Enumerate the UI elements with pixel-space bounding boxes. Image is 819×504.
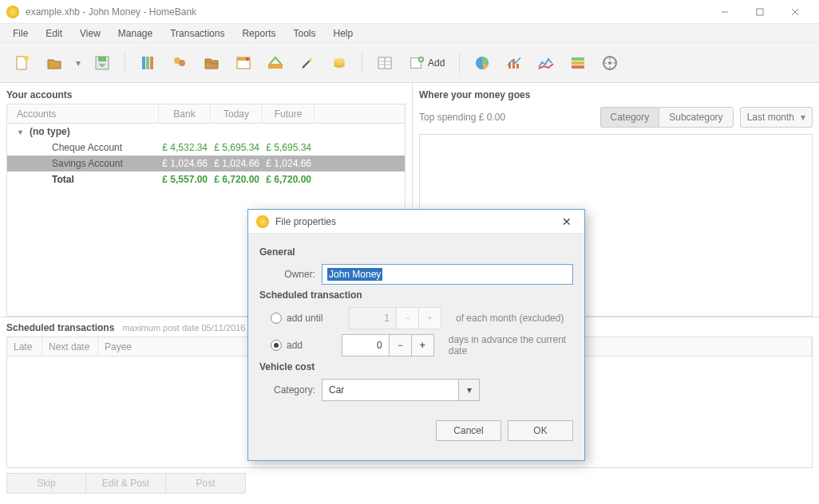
col-header-next[interactable]: Next date bbox=[42, 337, 98, 356]
budget-icon[interactable] bbox=[261, 49, 290, 77]
window-title: example.xhb - John Money - HomeBank bbox=[26, 6, 707, 18]
assign-icon[interactable] bbox=[293, 49, 322, 77]
collapse-icon[interactable]: ▾ bbox=[18, 128, 22, 136]
category-label: Category: bbox=[271, 384, 315, 396]
svg-point-17 bbox=[309, 58, 312, 61]
svg-rect-8 bbox=[142, 57, 145, 69]
col-header-bank[interactable]: Bank bbox=[159, 104, 211, 123]
svg-point-37 bbox=[608, 61, 611, 65]
open-dropdown-icon[interactable]: ▾ bbox=[72, 57, 85, 69]
svg-rect-9 bbox=[146, 57, 149, 69]
menu-manage[interactable]: Manage bbox=[110, 26, 160, 41]
svg-rect-1 bbox=[757, 9, 763, 15]
svg-point-20 bbox=[334, 58, 345, 63]
spending-segment: Category Subcategory bbox=[600, 107, 734, 128]
svg-rect-16 bbox=[268, 64, 283, 69]
add-trail: days in advance the current date bbox=[449, 334, 573, 356]
new-file-icon[interactable] bbox=[8, 49, 37, 77]
section-general: General bbox=[259, 246, 573, 258]
account-row[interactable]: Cheque Account £ 4,532.34 £ 5,695.34 £ 5… bbox=[7, 140, 405, 156]
scheduled-subtitle: maximum post date 05/11/2016 bbox=[122, 323, 245, 333]
dialog-title: File properties bbox=[275, 216, 557, 227]
add-value[interactable]: 0 bbox=[342, 334, 390, 356]
app-icon bbox=[6, 6, 19, 18]
category-value: Car bbox=[322, 384, 458, 396]
menubar: File Edit View Manage Transactions Repor… bbox=[0, 24, 819, 43]
accounts-panel-title: Your accounts bbox=[6, 86, 406, 104]
add-plus-icon[interactable]: + bbox=[412, 334, 434, 356]
col-header-late[interactable]: Late bbox=[7, 337, 42, 356]
radio-add-until[interactable] bbox=[271, 313, 282, 324]
menu-help[interactable]: Help bbox=[326, 26, 362, 41]
show-transactions-icon[interactable] bbox=[370, 49, 399, 77]
svg-rect-10 bbox=[150, 57, 153, 69]
window-titlebar: example.xhb - John Money - HomeBank bbox=[0, 0, 819, 24]
until-plus-icon: + bbox=[419, 307, 441, 329]
section-vehicle: Vehicle cost bbox=[259, 361, 573, 372]
owner-input[interactable]: John Money bbox=[322, 264, 573, 285]
account-group-row[interactable]: ▾(no type) bbox=[7, 124, 405, 140]
svg-rect-35 bbox=[572, 65, 584, 69]
menu-reports[interactable]: Reports bbox=[234, 26, 283, 41]
chevron-down-icon: ▾ bbox=[801, 112, 805, 123]
save-file-icon[interactable] bbox=[88, 49, 117, 77]
currencies-icon[interactable] bbox=[325, 49, 354, 77]
menu-edit[interactable]: Edit bbox=[38, 26, 70, 41]
file-properties-dialog: File properties ✕ General Owner: John Mo… bbox=[247, 209, 585, 461]
menu-tools[interactable]: Tools bbox=[285, 26, 323, 41]
close-window-button[interactable] bbox=[777, 1, 813, 23]
minimize-button[interactable] bbox=[707, 1, 742, 23]
open-file-icon[interactable] bbox=[40, 49, 69, 77]
svg-rect-33 bbox=[572, 57, 584, 61]
account-total-row: Total £ 5,557.00 £ 6,720.00 £ 6,720.00 bbox=[7, 171, 405, 187]
accounts-icon[interactable] bbox=[133, 49, 162, 77]
balance-icon[interactable] bbox=[532, 49, 560, 77]
svg-point-5 bbox=[24, 56, 29, 61]
spending-panel-title: Where your money goes bbox=[419, 86, 813, 104]
range-value: Last month bbox=[747, 112, 794, 123]
col-header-future[interactable]: Future bbox=[263, 104, 315, 123]
category-combo[interactable]: Car ▾ bbox=[322, 379, 480, 401]
statistics-icon[interactable] bbox=[468, 49, 497, 77]
owner-label: Owner: bbox=[271, 269, 315, 280]
archive-icon[interactable] bbox=[229, 49, 258, 77]
menu-transactions[interactable]: Transactions bbox=[162, 26, 232, 41]
add-spinner[interactable]: 0 − + bbox=[342, 334, 434, 356]
owner-value: John Money bbox=[327, 268, 382, 281]
categories-icon[interactable] bbox=[197, 49, 226, 77]
col-header-accounts[interactable]: Accounts bbox=[7, 104, 159, 123]
account-row[interactable]: Savings Account £ 1,024.66 £ 1,024.66 £ … bbox=[7, 156, 405, 171]
svg-rect-32 bbox=[516, 64, 519, 69]
svg-rect-34 bbox=[572, 61, 584, 65]
section-scheduled: Scheduled transaction bbox=[259, 289, 573, 301]
add-minus-icon[interactable]: − bbox=[390, 334, 412, 356]
menu-file[interactable]: File bbox=[5, 26, 36, 41]
range-combo[interactable]: Last month ▾ bbox=[740, 107, 813, 128]
menu-view[interactable]: View bbox=[72, 26, 109, 41]
budget-report-icon[interactable] bbox=[564, 49, 592, 77]
svg-rect-31 bbox=[512, 59, 515, 69]
chevron-down-icon[interactable]: ▾ bbox=[458, 380, 479, 400]
cancel-button[interactable]: Cancel bbox=[436, 420, 501, 441]
add-transaction-button[interactable]: Add bbox=[402, 49, 451, 77]
until-spinner: 1 − + bbox=[349, 307, 441, 329]
toolbar: ▾ Add bbox=[0, 43, 819, 83]
maximize-button[interactable] bbox=[742, 1, 777, 23]
payees-icon[interactable] bbox=[165, 49, 194, 77]
col-header-today[interactable]: Today bbox=[211, 104, 263, 123]
dialog-app-icon bbox=[256, 215, 269, 228]
svg-point-15 bbox=[246, 57, 249, 61]
add-label: Add bbox=[428, 57, 445, 69]
until-value: 1 bbox=[349, 307, 397, 329]
trend-icon[interactable] bbox=[500, 49, 528, 77]
edit-post-button[interactable]: Edit & Post bbox=[86, 473, 166, 494]
dialog-close-icon[interactable]: ✕ bbox=[557, 215, 576, 228]
segment-subcategory-button[interactable]: Subcategory bbox=[659, 107, 733, 128]
ok-button[interactable]: OK bbox=[508, 420, 573, 441]
radio-add[interactable] bbox=[271, 340, 282, 351]
svg-point-12 bbox=[179, 60, 185, 66]
segment-category-button[interactable]: Category bbox=[600, 107, 659, 128]
skip-button[interactable]: Skip bbox=[6, 473, 86, 494]
post-button[interactable]: Post bbox=[166, 473, 246, 494]
vehicle-icon[interactable] bbox=[595, 49, 624, 77]
